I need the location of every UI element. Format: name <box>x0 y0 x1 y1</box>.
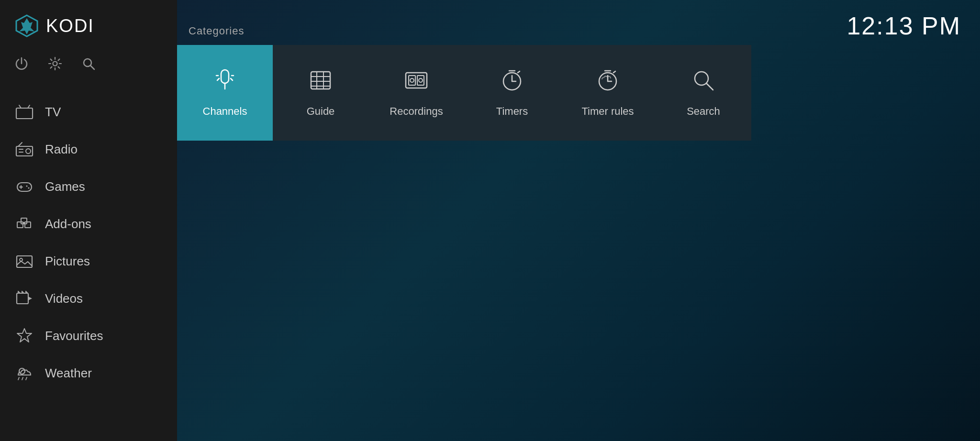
timers-icon <box>500 68 524 98</box>
search-button[interactable] <box>81 56 96 74</box>
settings-button[interactable] <box>48 56 62 74</box>
power-button[interactable] <box>14 56 29 74</box>
logo-area: KODI <box>0 0 177 52</box>
svg-line-54 <box>518 71 520 73</box>
svg-rect-19 <box>17 222 23 228</box>
sidebar-item-favourites-label: Favourites <box>45 329 103 343</box>
sidebar-item-tv-label: TV <box>45 105 61 120</box>
svg-marker-28 <box>17 329 32 342</box>
svg-line-35 <box>217 78 219 80</box>
svg-point-10 <box>26 149 31 154</box>
svg-line-36 <box>231 78 233 80</box>
sidebar-item-radio-label: Radio <box>45 142 78 157</box>
svg-line-32 <box>26 377 27 380</box>
svg-line-4 <box>90 66 94 69</box>
svg-point-48 <box>410 78 414 82</box>
svg-rect-33 <box>221 70 229 83</box>
sidebar-item-videos-label: Videos <box>45 291 83 306</box>
sidebar-item-weather[interactable]: Weather <box>0 354 177 392</box>
svg-line-31 <box>22 377 23 380</box>
svg-rect-24 <box>17 256 32 267</box>
sidebar: KODI <box>0 0 177 441</box>
tab-timer-rules-label: Timer rules <box>581 105 634 118</box>
sidebar-item-radio[interactable]: Radio <box>0 131 177 168</box>
svg-rect-5 <box>16 108 33 119</box>
clock: 12:13 PM <box>846 11 961 40</box>
sidebar-item-favourites[interactable]: Favourites <box>0 317 177 354</box>
sidebar-actions <box>0 52 177 88</box>
tab-search[interactable]: Search <box>656 45 751 141</box>
svg-point-2 <box>53 62 57 66</box>
svg-line-59 <box>613 71 615 73</box>
tv-icon <box>14 102 34 122</box>
tab-channels[interactable]: Channels <box>177 45 273 141</box>
tab-search-label: Search <box>687 105 720 118</box>
radio-icon <box>14 139 34 159</box>
kodi-logo-icon <box>14 13 39 38</box>
svg-marker-1 <box>19 18 34 34</box>
sidebar-item-tv[interactable]: TV <box>0 93 177 131</box>
svg-line-30 <box>18 377 19 380</box>
sidebar-item-videos[interactable]: Videos <box>0 280 177 317</box>
svg-line-61 <box>706 83 713 90</box>
content-area <box>177 141 980 441</box>
sidebar-item-weather-label: Weather <box>45 366 92 381</box>
svg-rect-26 <box>17 293 28 304</box>
tab-guide-label: Guide <box>307 105 335 118</box>
svg-point-49 <box>419 78 423 82</box>
sidebar-item-addons[interactable]: Add-ons <box>0 205 177 243</box>
tab-guide[interactable]: Guide <box>273 45 368 141</box>
sidebar-item-addons-label: Add-ons <box>45 217 91 232</box>
sidebar-item-pictures[interactable]: Pictures <box>0 243 177 280</box>
app-name: KODI <box>46 16 94 36</box>
sidebar-item-games[interactable]: Games <box>0 168 177 205</box>
tab-channels-label: Channels <box>203 105 247 118</box>
svg-rect-9 <box>16 146 33 156</box>
svg-point-17 <box>26 186 28 187</box>
sidebar-nav: TV Radio <box>0 88 177 441</box>
pictures-icon <box>14 251 34 271</box>
tab-timer-rules[interactable]: Timer rules <box>560 45 656 141</box>
main-content: 12:13 PM Categories Channels <box>177 0 980 441</box>
category-tabs: Channels Guide <box>177 45 980 141</box>
weather-icon <box>14 363 34 383</box>
guide-icon <box>308 68 333 98</box>
games-icon <box>14 176 34 197</box>
tab-recordings-label: Recordings <box>390 105 443 118</box>
channels-icon <box>212 68 237 98</box>
videos-icon <box>14 288 34 309</box>
timer-rules-icon <box>595 68 620 98</box>
addons-icon <box>14 214 34 234</box>
sidebar-item-games-label: Games <box>45 179 85 194</box>
tab-timers-label: Timers <box>496 105 528 118</box>
search-cat-icon <box>691 68 716 98</box>
recordings-icon <box>404 68 429 98</box>
sidebar-item-pictures-label: Pictures <box>45 254 90 269</box>
svg-line-13 <box>18 143 22 146</box>
favourites-icon <box>14 326 34 346</box>
svg-rect-20 <box>25 222 31 228</box>
svg-point-18 <box>28 187 30 189</box>
tab-timers[interactable]: Timers <box>464 45 560 141</box>
svg-marker-27 <box>28 297 32 300</box>
tab-recordings[interactable]: Recordings <box>368 45 464 141</box>
